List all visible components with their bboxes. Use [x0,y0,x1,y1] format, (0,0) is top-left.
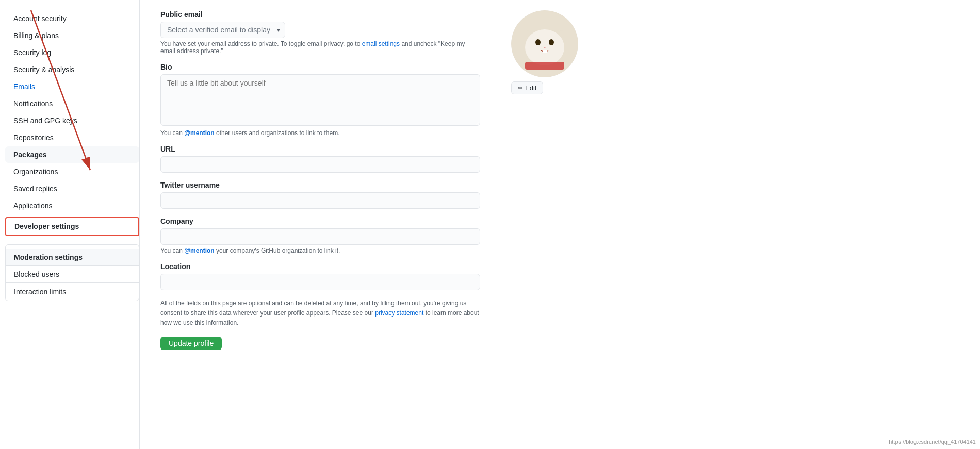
sidebar-item-developer-settings[interactable]: Developer settings [6,218,138,235]
sidebar-item-emails[interactable]: Emails [5,78,139,95]
bio-textarea[interactable] [160,74,480,126]
watermark: https://blog.csdn.net/qq_41704141 [889,439,976,445]
sidebar-item-notifications[interactable]: Notifications [5,95,139,112]
svg-rect-9 [543,50,545,53]
avatar-container: ✏ Edit [511,10,578,94]
edit-label: Edit [525,84,536,92]
email-settings-link[interactable]: email settings [362,40,400,47]
bio-label: Bio [160,63,480,71]
bio-hint: You can @mention other users and organiz… [160,129,480,137]
company-label: Company [160,217,480,225]
moderation-settings-header: Moderation settings [6,249,139,266]
public-email-label: Public email [160,10,480,19]
location-label: Location [160,262,480,271]
sidebar-item-billing-plans[interactable]: Billing & plans [5,27,139,44]
avatar [511,10,578,77]
sidebar-item-account-security[interactable]: Account security [5,10,139,27]
sidebar-item-applications[interactable]: Applications [5,197,139,214]
svg-rect-11 [525,62,564,70]
privacy-statement-link[interactable]: privacy statement [375,309,423,317]
url-input[interactable] [160,156,480,173]
sidebar-item-security-analysis[interactable]: Security & analysis [5,61,139,78]
company-hint: You can @mention your company's GitHub o… [160,247,480,254]
svg-rect-10 [545,50,547,53]
footer-hint: All of the fields on this page are optio… [160,298,480,328]
sidebar-item-packages[interactable]: Packages [5,146,139,163]
sidebar-item-security-log[interactable]: Security log [5,44,139,61]
svg-point-7 [549,39,554,45]
location-input[interactable] [160,274,480,290]
twitter-label: Twitter username [160,181,480,189]
sidebar-item-saved-replies[interactable]: Saved replies [5,180,139,197]
public-email-hint: You have set your email address to priva… [160,40,480,55]
update-profile-button[interactable]: Update profile [160,337,222,350]
twitter-input[interactable] [160,192,480,209]
sidebar-item-organizations[interactable]: Organizations [5,163,139,180]
pencil-icon: ✏ [518,85,523,92]
sidebar-item-blocked-users[interactable]: Blocked users [6,266,139,283]
company-input[interactable] [160,228,480,245]
sidebar-item-ssh-gpg-keys[interactable]: SSH and GPG keys [5,112,139,129]
public-email-select[interactable]: Select a verified email to display [160,22,285,38]
sidebar-item-repositories[interactable]: Repositories [5,129,139,146]
svg-point-6 [535,39,541,45]
sidebar-item-interaction-limits[interactable]: Interaction limits [6,284,139,300]
edit-avatar-button[interactable]: ✏ Edit [511,81,543,94]
url-label: URL [160,145,480,153]
